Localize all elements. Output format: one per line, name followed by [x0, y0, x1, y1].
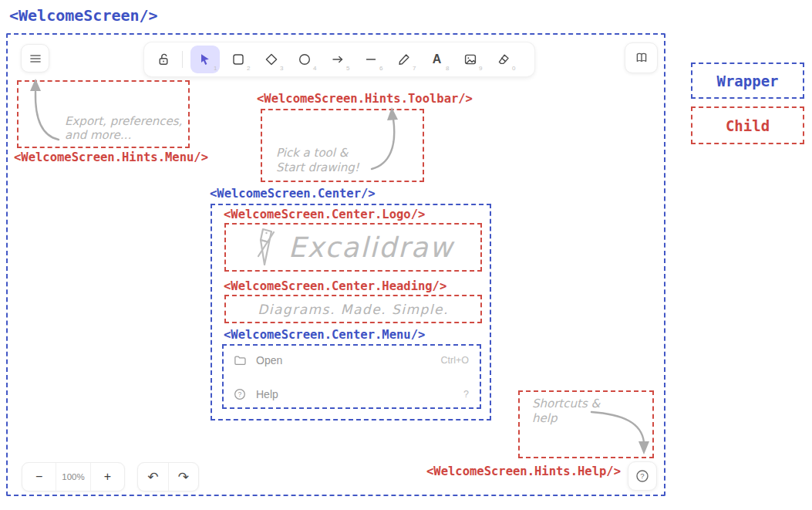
library-button[interactable]	[625, 42, 658, 73]
selection-cursor-icon	[197, 52, 213, 67]
menu-item-help-shortcut: ?	[463, 389, 469, 400]
redo-button[interactable]: ↷	[168, 463, 199, 491]
menu-item-open-label: Open	[256, 354, 432, 366]
minus-icon: −	[35, 470, 42, 484]
tool-text-button[interactable]: A 8	[423, 46, 452, 73]
tool-shortcut-badge: 0	[512, 65, 515, 72]
undo-redo-controls: ↶ ↷	[137, 462, 199, 491]
excalidraw-logo-text: Excalidraw	[288, 231, 453, 263]
tool-shortcut-badge: 2	[247, 65, 250, 72]
tool-selection-button[interactable]: 1	[190, 46, 220, 73]
toolbar-separator	[182, 51, 183, 68]
diamond-icon	[264, 52, 279, 67]
center-logo-label: <WelcomeScreen.Center.Logo/>	[224, 208, 425, 221]
question-circle-icon: ?	[635, 468, 650, 484]
folder-icon	[233, 353, 247, 367]
tool-shortcut-badge: 5	[346, 65, 349, 72]
menu-item-help[interactable]: ? Help ?	[233, 386, 469, 403]
hints-toolbar-text: Pick a tool & Start drawing!	[276, 146, 359, 175]
zoom-in-button[interactable]: +	[90, 463, 124, 491]
center-label: <WelcomeScreen.Center/>	[210, 187, 376, 201]
tool-eraser-button[interactable]: 0	[489, 46, 518, 73]
tool-shortcut-badge: 1	[214, 65, 217, 72]
ellipse-icon	[297, 52, 312, 67]
text-tool-icon: A	[433, 53, 442, 66]
tool-shortcut-badge: 9	[479, 65, 482, 72]
toolbar: 1 2 3 4 5	[144, 42, 534, 76]
center-heading-text: Diagrams. Made. Simple.	[258, 302, 449, 317]
help-button[interactable]: ?	[628, 461, 657, 491]
tool-ellipse-button[interactable]: 4	[290, 46, 319, 73]
tool-diamond-button[interactable]: 3	[257, 46, 286, 73]
tool-rectangle-button[interactable]: 2	[224, 46, 253, 73]
hamburger-icon	[29, 52, 42, 66]
zoom-level-value[interactable]: 100%	[56, 463, 89, 491]
center-logo-child-box: Excalidraw	[224, 223, 482, 272]
menu-item-open[interactable]: Open Ctrl+O	[233, 352, 469, 369]
tool-line-button[interactable]: 6	[356, 46, 386, 73]
legend-child-label: Child	[726, 117, 770, 134]
main-menu-button[interactable]	[21, 44, 49, 73]
menu-item-open-shortcut: Ctrl+O	[441, 355, 469, 366]
hints-help-text: Shortcuts & help	[532, 397, 600, 426]
undo-icon: ↶	[147, 469, 158, 485]
image-icon	[463, 52, 478, 67]
unlock-icon	[156, 52, 171, 67]
tool-draw-button[interactable]: 7	[389, 46, 419, 73]
svg-text:?: ?	[640, 471, 644, 480]
zoom-controls: − 100% +	[22, 462, 125, 491]
excalidraw-logo: Excalidraw	[226, 225, 480, 270]
tool-shortcut-badge: 8	[446, 65, 449, 72]
help-circle-icon: ?	[233, 387, 247, 401]
plus-icon: +	[104, 470, 111, 484]
center-heading-label: <WelcomeScreen.Center.Heading/>	[224, 279, 446, 293]
legend-wrapper-label: Wrapper	[716, 73, 778, 90]
legend-child-box: Child	[691, 106, 804, 144]
hints-menu-text: Export, preferences, and more...	[65, 114, 182, 142]
book-icon	[634, 50, 649, 66]
pencil-icon	[396, 52, 412, 67]
eraser-icon	[496, 52, 511, 67]
tool-shortcut-badge: 6	[379, 65, 382, 72]
tool-shortcut-badge: 3	[280, 65, 283, 72]
hints-menu-label: <WelcomeScreen.Hints.Menu/>	[14, 150, 208, 164]
center-menu-wrapper-box: Open Ctrl+O ? Help ?	[222, 344, 481, 409]
undo-button[interactable]: ↶	[138, 463, 168, 491]
line-icon	[363, 52, 379, 67]
lock-tool-button[interactable]	[150, 46, 177, 73]
center-heading-child-box: Diagrams. Made. Simple.	[224, 295, 482, 323]
welcome-screen-doc-figure: <WelcomeScreen/> 1	[0, 0, 812, 510]
menu-item-help-label: Help	[256, 388, 454, 400]
arrow-icon	[330, 52, 345, 67]
hints-help-label: <WelcomeScreen.Hints.Help/>	[426, 464, 621, 478]
zoom-out-button[interactable]: −	[22, 463, 56, 491]
tool-arrow-button[interactable]: 5	[323, 46, 352, 73]
center-menu-label: <WelcomeScreen.Center.Menu/>	[224, 328, 425, 342]
legend-wrapper-box: Wrapper	[691, 62, 804, 99]
tool-shortcut-badge: 4	[313, 65, 316, 72]
hints-toolbar-label: <WelcomeScreen.Hints.Toolbar/>	[257, 92, 473, 106]
svg-text:?: ?	[238, 390, 242, 398]
excalidraw-dagger-icon	[253, 228, 279, 268]
root-component-label: <WelcomeScreen/>	[9, 6, 158, 25]
redo-icon: ↷	[178, 469, 189, 485]
tool-shortcut-badge: 7	[413, 65, 416, 72]
tool-image-button[interactable]: 9	[456, 46, 485, 73]
rectangle-icon	[231, 52, 246, 67]
